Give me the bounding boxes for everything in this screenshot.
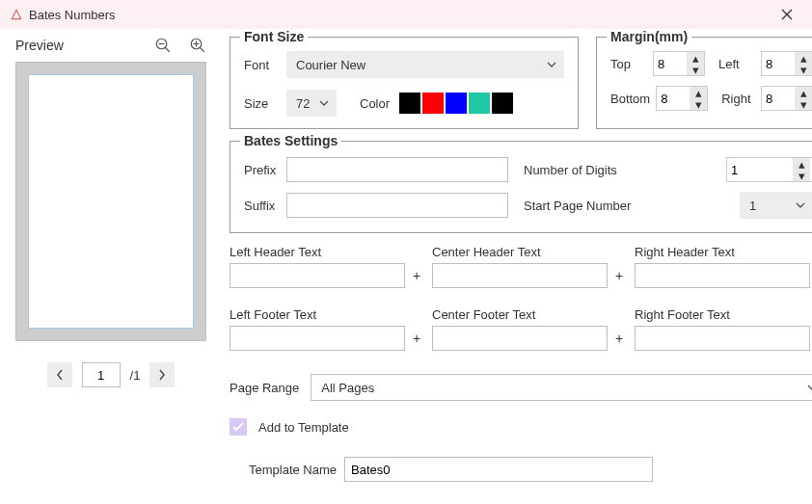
suffix-input[interactable]	[286, 193, 508, 218]
suffix-label: Suffix	[244, 199, 279, 213]
size-value: 72	[296, 96, 310, 111]
font-value: Courier New	[296, 58, 365, 72]
app-icon	[10, 8, 23, 21]
margin-top-input[interactable]: ▴▾	[653, 51, 705, 76]
right-header-label: Right Header Text	[635, 245, 812, 259]
add-center-footer-button[interactable]: +	[613, 331, 625, 346]
margin-right-input[interactable]: ▴▾	[761, 86, 812, 111]
right-footer-label: Right Footer Text	[635, 307, 812, 322]
preview-page	[28, 74, 194, 329]
prefix-input[interactable]	[286, 157, 508, 182]
left-footer-input[interactable]	[230, 326, 405, 351]
margin-fieldset: Margin(mm) Top ▴▾ Left ▴▾ Bottom ▴▾ Righ…	[596, 37, 812, 129]
margin-left-value[interactable]	[762, 57, 795, 71]
font-size-legend: Font Size	[240, 29, 308, 44]
chevron-left-icon	[56, 369, 64, 381]
color-label: Color	[360, 96, 390, 111]
add-template-label: Add to Template	[258, 420, 349, 435]
prev-page-button[interactable]	[47, 362, 72, 387]
titlebar: Bates Numbers	[0, 0, 812, 29]
spin-down-icon[interactable]: ▾	[793, 170, 810, 181]
center-header-input[interactable]	[432, 263, 608, 288]
font-size-fieldset: Font Size Font Courier New Size 72 Color	[230, 37, 579, 129]
start-page-value: 1	[749, 199, 756, 213]
margin-legend: Margin(mm)	[607, 29, 691, 44]
margin-left-input[interactable]: ▴▾	[761, 51, 812, 76]
center-header-label: Center Header Text	[432, 245, 625, 259]
color-swatches	[399, 93, 513, 114]
spin-down-icon[interactable]: ▾	[687, 64, 704, 75]
page-range-select[interactable]: All Pages	[311, 374, 812, 401]
preview-area	[15, 62, 206, 341]
close-icon	[781, 9, 793, 20]
margin-bottom-label: Bottom	[610, 92, 650, 106]
color-swatch-4[interactable]	[492, 93, 513, 114]
right-header-input[interactable]	[635, 263, 810, 288]
svg-line-4	[200, 47, 204, 52]
add-template-checkbox[interactable]	[230, 418, 247, 436]
bates-legend: Bates Settings	[240, 133, 341, 148]
margin-bottom-value[interactable]	[657, 92, 690, 106]
page-input[interactable]	[82, 362, 121, 387]
spin-down-icon[interactable]: ▾	[795, 98, 812, 110]
margin-right-value[interactable]	[762, 92, 795, 106]
svg-line-1	[165, 47, 170, 52]
chevron-down-icon	[796, 202, 805, 208]
left-footer-label: Left Footer Text	[230, 307, 422, 322]
spin-down-icon[interactable]: ▾	[690, 98, 707, 110]
left-header-label: Left Header Text	[230, 245, 422, 259]
digits-value[interactable]	[727, 163, 793, 177]
size-select[interactable]: 72	[286, 90, 337, 117]
chevron-down-icon	[319, 100, 329, 106]
check-icon	[232, 422, 244, 432]
left-header-input[interactable]	[230, 263, 405, 288]
chevron-right-icon	[158, 369, 166, 381]
right-footer-input[interactable]	[635, 326, 810, 351]
next-page-button[interactable]	[149, 362, 175, 387]
color-swatch-0[interactable]	[399, 93, 420, 114]
chevron-down-icon	[547, 62, 556, 67]
center-footer-label: Center Footer Text	[432, 307, 625, 322]
digits-label: Number of Digits	[524, 163, 617, 177]
template-name-input[interactable]	[344, 457, 653, 482]
bates-settings-fieldset: Bates Settings Prefix Number of Digits ▴…	[230, 141, 812, 233]
font-label: Font	[244, 58, 277, 72]
window-title: Bates Numbers	[29, 8, 768, 22]
color-swatch-2[interactable]	[446, 93, 467, 114]
font-select[interactable]: Courier New	[286, 51, 564, 78]
margin-right-label: Right	[721, 92, 755, 106]
zoom-in-icon[interactable]	[189, 37, 206, 54]
margin-bottom-input[interactable]: ▴▾	[656, 86, 708, 111]
zoom-out-icon[interactable]	[154, 37, 172, 54]
page-range-label: Page Range	[230, 381, 299, 395]
margin-left-label: Left	[718, 57, 755, 71]
preview-label: Preview	[15, 38, 137, 53]
margin-top-label: Top	[610, 57, 647, 71]
page-range-value: All Pages	[321, 381, 374, 395]
add-center-header-button[interactable]: +	[613, 268, 625, 283]
prefix-label: Prefix	[244, 163, 279, 177]
pager: /1	[15, 362, 206, 387]
chevron-down-icon	[807, 385, 812, 390]
color-swatch-3[interactable]	[469, 93, 490, 114]
close-button[interactable]	[768, 0, 806, 29]
start-page-label: Start Page Number	[524, 199, 631, 213]
spin-down-icon[interactable]: ▾	[795, 64, 812, 75]
add-left-header-button[interactable]: +	[411, 268, 422, 283]
add-left-footer-button[interactable]: +	[411, 331, 422, 346]
center-footer-input[interactable]	[432, 326, 608, 351]
size-label: Size	[244, 96, 277, 111]
digits-input[interactable]: ▴▾	[726, 157, 812, 182]
color-swatch-1[interactable]	[422, 93, 444, 114]
margin-top-value[interactable]	[654, 57, 687, 71]
start-page-select[interactable]: 1	[740, 192, 812, 219]
page-total: /1	[130, 368, 141, 383]
template-name-label: Template Name	[249, 463, 337, 477]
